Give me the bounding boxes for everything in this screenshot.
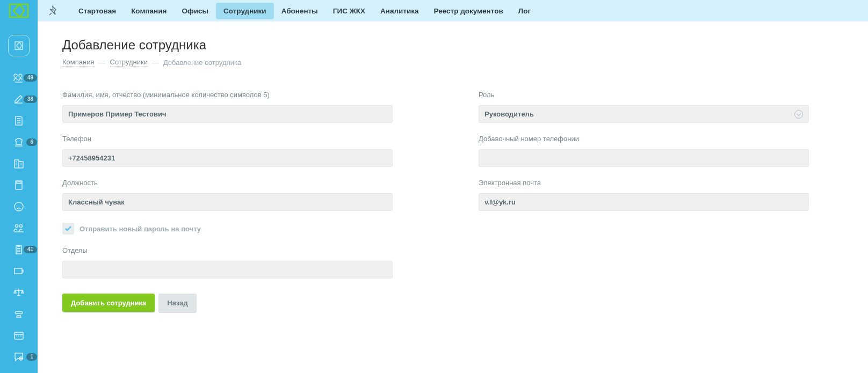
logo-pill-icon[interactable]: [8, 35, 30, 56]
breadcrumb-company[interactable]: Компания: [62, 58, 95, 67]
left-column-rest: Отправить новый пароль на почту Отделы Д…: [62, 223, 393, 312]
ext-label: Добавочный номер телефонии: [479, 135, 809, 143]
tab-subscribers[interactable]: Абоненты: [274, 3, 326, 19]
email-label: Электронная почта: [479, 179, 809, 187]
sidebar-phone-icon[interactable]: [8, 306, 30, 322]
breadcrumb-sep: —: [152, 58, 159, 67]
tab-employees[interactable]: Сотрудники: [216, 3, 274, 19]
page-title: Добавление сотрудника: [62, 38, 843, 53]
ext-field: Добавочный номер телефонии: [479, 135, 809, 167]
sidebar-group-icon[interactable]: [8, 220, 30, 236]
buttons-row: Добавить сотрудника Назад: [62, 294, 393, 312]
fio-label: Фамилия, имя, отчество (минимальное коли…: [62, 91, 393, 99]
svg-point-2: [16, 225, 18, 228]
sidebar-building-icon[interactable]: [8, 156, 30, 172]
email-input[interactable]: [479, 193, 809, 211]
sidebar-users-icon[interactable]: 49: [8, 70, 30, 86]
departments-input[interactable]: [62, 261, 393, 279]
sidebar-compose-icon[interactable]: 38: [8, 91, 30, 107]
svg-point-1: [15, 202, 23, 211]
phone-field: Телефон: [62, 135, 393, 167]
tab-gis[interactable]: ГИС ЖКХ: [326, 3, 373, 19]
breadcrumb-current: Добавление сотрудника: [163, 58, 241, 67]
badge: 1: [26, 353, 37, 361]
sidebar-sadface-icon[interactable]: [8, 199, 30, 215]
chevron-down-icon: [794, 110, 803, 119]
breadcrumb-sep: —: [99, 58, 106, 67]
position-field: Должность: [62, 179, 393, 211]
send-password-checkbox[interactable]: [62, 223, 74, 235]
back-button[interactable]: Назад: [158, 294, 197, 312]
send-password-row: Отправить новый пароль на почту: [62, 223, 393, 235]
tab-start[interactable]: Стартовая: [71, 3, 124, 19]
sidebar-clipboard-icon[interactable]: 41: [8, 242, 30, 258]
sidebar-chef-icon[interactable]: 6: [8, 134, 30, 150]
tab-company[interactable]: Компания: [124, 3, 174, 19]
tab-offices[interactable]: Офисы: [174, 3, 216, 19]
ext-input[interactable]: [479, 149, 809, 167]
svg-point-3: [20, 225, 23, 228]
tab-documents[interactable]: Реестр документов: [426, 3, 511, 19]
breadcrumb: Компания — Сотрудники — Добавление сотру…: [62, 58, 843, 67]
form-grid: Фамилия, имя, отчество (минимальное коли…: [62, 91, 843, 312]
position-label: Должность: [62, 179, 393, 187]
sidebar-document-icon[interactable]: [8, 113, 30, 129]
fio-input[interactable]: [62, 105, 393, 123]
tab-log[interactable]: Лог: [511, 3, 538, 19]
topbar: Стартовая Компания Офисы Сотрудники Абон…: [38, 0, 868, 21]
sidebar-calculator-icon[interactable]: [8, 177, 30, 193]
right-column-spacer: [479, 223, 809, 312]
phone-label: Телефон: [62, 135, 393, 143]
role-field: Роль Руководитель: [479, 91, 809, 123]
badge: 38: [24, 96, 37, 103]
submit-button[interactable]: Добавить сотрудника: [62, 294, 155, 312]
send-password-label: Отправить новый пароль на почту: [79, 225, 201, 233]
breadcrumb-employees[interactable]: Сотрудники: [110, 58, 148, 67]
sidebar-scales-icon[interactable]: [8, 284, 30, 301]
role-label: Роль: [479, 91, 809, 99]
sidebar-wallet-icon[interactable]: [8, 263, 30, 279]
phone-input[interactable]: [62, 149, 393, 167]
role-select[interactable]: Руководитель: [479, 105, 809, 123]
fio-field: Фамилия, имя, отчество (минимальное коли…: [62, 91, 393, 123]
departments-label: Отделы: [62, 246, 393, 254]
badge: 6: [26, 138, 37, 146]
pin-icon[interactable]: [48, 5, 59, 16]
email-field: Электронная почта: [479, 179, 809, 211]
sidebar-chat-plus-icon[interactable]: 1: [8, 349, 30, 365]
sidebar-calendar-icon[interactable]: [8, 327, 30, 343]
content: Добавление сотрудника Компания — Сотрудн…: [38, 21, 868, 328]
badge: 41: [24, 246, 37, 253]
sidebar: 49 38 6 41 1: [0, 0, 38, 373]
main-area: Стартовая Компания Офисы Сотрудники Абон…: [38, 0, 868, 373]
position-input[interactable]: [62, 193, 393, 211]
tabs: Стартовая Компания Офисы Сотрудники Абон…: [71, 3, 538, 19]
departments-field: Отделы: [62, 246, 393, 279]
logo-top-icon: [0, 0, 38, 21]
badge: 49: [24, 74, 37, 82]
role-value: Руководитель: [484, 110, 534, 118]
tab-analytics[interactable]: Аналитика: [373, 3, 426, 19]
